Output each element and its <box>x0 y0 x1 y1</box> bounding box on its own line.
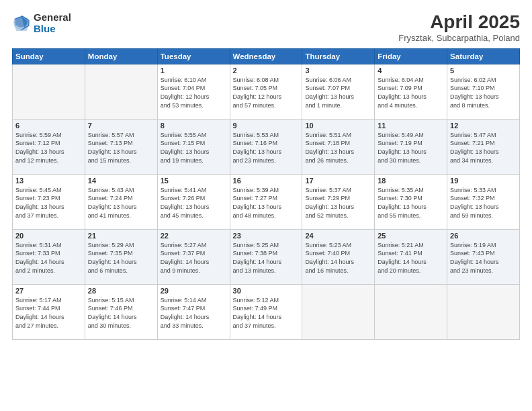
day-number: 26 <box>450 232 517 240</box>
cell-details: Sunrise: 5:14 AMSunset: 7:47 PMDaylight:… <box>161 296 227 330</box>
cell-details: Sunrise: 5:47 AMSunset: 7:21 PMDaylight:… <box>450 131 517 165</box>
calendar-cell: 4Sunrise: 6:04 AMSunset: 7:09 PMDaylight… <box>375 64 447 119</box>
logo-icon <box>12 14 31 33</box>
day-number: 9 <box>233 122 300 130</box>
calendar-cell: 28Sunrise: 5:15 AMSunset: 7:46 PMDayligh… <box>85 284 157 339</box>
day-number: 5 <box>450 66 517 75</box>
cell-details: Sunrise: 5:12 AMSunset: 7:49 PMDaylight:… <box>233 296 300 330</box>
cell-details: Sunrise: 5:17 AMSunset: 7:44 PMDaylight:… <box>15 296 82 330</box>
day-number: 1 <box>161 66 227 75</box>
calendar-cell: 7Sunrise: 5:57 AMSunset: 7:13 PMDaylight… <box>85 119 157 174</box>
col-monday: Monday <box>85 48 157 64</box>
day-number: 6 <box>15 122 82 130</box>
calendar-cell: 29Sunrise: 5:14 AMSunset: 7:47 PMDayligh… <box>157 284 230 339</box>
cell-details: Sunrise: 5:53 AMSunset: 7:16 PMDaylight:… <box>233 131 300 165</box>
calendar-table: Sunday Monday Tuesday Wednesday Thursday… <box>12 48 520 340</box>
cell-details: Sunrise: 5:19 AMSunset: 7:43 PMDaylight:… <box>450 241 517 275</box>
day-number: 25 <box>378 232 444 240</box>
calendar-cell: 2Sunrise: 6:08 AMSunset: 7:05 PMDaylight… <box>230 64 302 119</box>
calendar-week-row: 1Sunrise: 6:10 AMSunset: 7:04 PMDaylight… <box>13 64 520 119</box>
calendar-header-row: Sunday Monday Tuesday Wednesday Thursday… <box>13 48 520 64</box>
day-number: 17 <box>305 177 371 185</box>
cell-details: Sunrise: 5:39 AMSunset: 7:27 PMDaylight:… <box>233 186 300 220</box>
day-number: 20 <box>15 232 82 240</box>
cell-details: Sunrise: 5:45 AMSunset: 7:23 PMDaylight:… <box>15 186 82 220</box>
calendar-week-row: 27Sunrise: 5:17 AMSunset: 7:44 PMDayligh… <box>13 284 520 339</box>
calendar-cell <box>447 284 520 339</box>
day-number: 11 <box>378 122 444 130</box>
calendar-cell: 27Sunrise: 5:17 AMSunset: 7:44 PMDayligh… <box>13 284 85 339</box>
calendar-cell: 12Sunrise: 5:47 AMSunset: 7:21 PMDayligh… <box>447 119 520 174</box>
calendar-cell: 24Sunrise: 5:23 AMSunset: 7:40 PMDayligh… <box>302 229 375 284</box>
cell-details: Sunrise: 6:08 AMSunset: 7:05 PMDaylight:… <box>233 76 300 109</box>
day-number: 16 <box>233 177 300 185</box>
col-saturday: Saturday <box>447 48 520 64</box>
calendar-cell: 26Sunrise: 5:19 AMSunset: 7:43 PMDayligh… <box>447 229 520 284</box>
calendar-cell: 18Sunrise: 5:35 AMSunset: 7:30 PMDayligh… <box>375 174 447 229</box>
calendar-cell: 19Sunrise: 5:33 AMSunset: 7:32 PMDayligh… <box>447 174 520 229</box>
calendar-cell: 14Sunrise: 5:43 AMSunset: 7:24 PMDayligh… <box>85 174 157 229</box>
calendar-week-row: 6Sunrise: 5:59 AMSunset: 7:12 PMDaylight… <box>13 119 520 174</box>
cell-details: Sunrise: 5:33 AMSunset: 7:32 PMDaylight:… <box>450 186 517 220</box>
calendar-cell <box>375 284 447 339</box>
calendar-cell: 13Sunrise: 5:45 AMSunset: 7:23 PMDayligh… <box>13 174 85 229</box>
day-number: 23 <box>233 232 300 240</box>
cell-details: Sunrise: 5:41 AMSunset: 7:26 PMDaylight:… <box>161 186 227 220</box>
col-sunday: Sunday <box>13 48 85 64</box>
cell-details: Sunrise: 5:29 AMSunset: 7:35 PMDaylight:… <box>88 241 154 275</box>
calendar-cell: 9Sunrise: 5:53 AMSunset: 7:16 PMDaylight… <box>230 119 302 174</box>
day-number: 14 <box>88 177 154 185</box>
cell-details: Sunrise: 6:06 AMSunset: 7:07 PMDaylight:… <box>305 76 371 109</box>
calendar-cell: 21Sunrise: 5:29 AMSunset: 7:35 PMDayligh… <box>85 229 157 284</box>
calendar-cell: 10Sunrise: 5:51 AMSunset: 7:18 PMDayligh… <box>302 119 375 174</box>
col-tuesday: Tuesday <box>157 48 230 64</box>
day-number: 4 <box>378 66 444 75</box>
calendar-cell: 15Sunrise: 5:41 AMSunset: 7:26 PMDayligh… <box>157 174 230 229</box>
cell-details: Sunrise: 5:55 AMSunset: 7:15 PMDaylight:… <box>161 131 227 165</box>
calendar-cell: 6Sunrise: 5:59 AMSunset: 7:12 PMDaylight… <box>13 119 85 174</box>
day-number: 24 <box>305 232 371 240</box>
calendar-cell <box>85 64 157 119</box>
cell-details: Sunrise: 5:21 AMSunset: 7:41 PMDaylight:… <box>378 241 444 275</box>
day-number: 2 <box>233 66 300 75</box>
cell-details: Sunrise: 5:59 AMSunset: 7:12 PMDaylight:… <box>15 131 82 165</box>
calendar-cell: 17Sunrise: 5:37 AMSunset: 7:29 PMDayligh… <box>302 174 375 229</box>
day-number: 3 <box>305 66 371 75</box>
day-number: 30 <box>233 287 300 295</box>
calendar-cell: 20Sunrise: 5:31 AMSunset: 7:33 PMDayligh… <box>13 229 85 284</box>
day-number: 13 <box>15 177 82 185</box>
day-number: 7 <box>88 122 154 130</box>
calendar-cell: 22Sunrise: 5:27 AMSunset: 7:37 PMDayligh… <box>157 229 230 284</box>
calendar-cell: 8Sunrise: 5:55 AMSunset: 7:15 PMDaylight… <box>157 119 230 174</box>
calendar-cell: 16Sunrise: 5:39 AMSunset: 7:27 PMDayligh… <box>230 174 302 229</box>
cell-details: Sunrise: 5:51 AMSunset: 7:18 PMDaylight:… <box>305 131 371 165</box>
calendar-cell: 30Sunrise: 5:12 AMSunset: 7:49 PMDayligh… <box>230 284 302 339</box>
day-number: 22 <box>161 232 227 240</box>
day-number: 12 <box>450 122 517 130</box>
cell-details: Sunrise: 5:37 AMSunset: 7:29 PMDaylight:… <box>305 186 371 220</box>
day-number: 29 <box>161 287 227 295</box>
cell-details: Sunrise: 5:43 AMSunset: 7:24 PMDaylight:… <box>88 186 154 220</box>
logo: General Blue <box>12 12 71 34</box>
calendar-cell: 25Sunrise: 5:21 AMSunset: 7:41 PMDayligh… <box>375 229 447 284</box>
page: General Blue April 2025 Frysztak, Subcar… <box>0 0 532 411</box>
day-number: 28 <box>88 287 154 295</box>
col-wednesday: Wednesday <box>230 48 302 64</box>
col-friday: Friday <box>375 48 447 64</box>
cell-details: Sunrise: 5:27 AMSunset: 7:37 PMDaylight:… <box>161 241 227 275</box>
day-number: 19 <box>450 177 517 185</box>
day-number: 21 <box>88 232 154 240</box>
header: General Blue April 2025 Frysztak, Subcar… <box>12 12 520 43</box>
calendar-cell: 3Sunrise: 6:06 AMSunset: 7:07 PMDaylight… <box>302 64 375 119</box>
calendar-title: April 2025 <box>398 12 520 33</box>
day-number: 18 <box>378 177 444 185</box>
day-number: 10 <box>305 122 371 130</box>
cell-details: Sunrise: 5:57 AMSunset: 7:13 PMDaylight:… <box>88 131 154 165</box>
day-number: 15 <box>161 177 227 185</box>
cell-details: Sunrise: 5:49 AMSunset: 7:19 PMDaylight:… <box>378 131 444 165</box>
cell-details: Sunrise: 5:31 AMSunset: 7:33 PMDaylight:… <box>15 241 82 275</box>
calendar-cell <box>302 284 375 339</box>
cell-details: Sunrise: 6:02 AMSunset: 7:10 PMDaylight:… <box>450 76 517 109</box>
title-block: April 2025 Frysztak, Subcarpathia, Polan… <box>398 12 520 43</box>
cell-details: Sunrise: 6:04 AMSunset: 7:09 PMDaylight:… <box>378 76 444 109</box>
